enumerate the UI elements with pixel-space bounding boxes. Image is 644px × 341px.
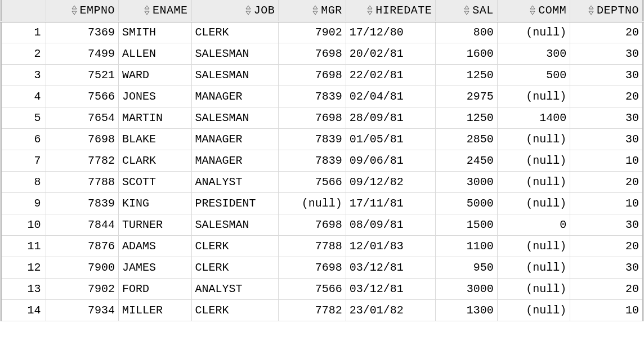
cell-deptno[interactable]: 20: [570, 278, 643, 299]
cell-comm[interactable]: 0: [497, 214, 570, 235]
cell-deptno[interactable]: 30: [570, 107, 643, 128]
table-row[interactable]: 137902FORDANALYST756603/12/813000(null)2…: [1, 278, 643, 299]
cell-job[interactable]: SALESMAN: [191, 107, 279, 128]
cell-ename[interactable]: CLARK: [119, 150, 192, 171]
cell-mgr[interactable]: 7698: [279, 107, 346, 128]
row-number[interactable]: 6: [1, 128, 46, 150]
cell-ename[interactable]: JAMES: [119, 257, 192, 278]
cell-sal[interactable]: 2850: [436, 128, 497, 150]
cell-deptno[interactable]: 20: [570, 235, 643, 257]
cell-ename[interactable]: ALLEN: [119, 43, 192, 64]
cell-job[interactable]: ANALYST: [191, 171, 279, 192]
cell-ename[interactable]: KING: [119, 192, 192, 214]
cell-mgr[interactable]: 7839: [279, 86, 346, 107]
table-row[interactable]: 27499ALLENSALESMAN769820/02/81160030030: [1, 43, 643, 64]
column-header-deptno[interactable]: DEPTNO: [570, 0, 643, 21]
cell-job[interactable]: MANAGER: [191, 86, 279, 107]
cell-sal[interactable]: 5000: [436, 192, 497, 214]
column-header-mgr[interactable]: MGR: [279, 0, 346, 21]
cell-hiredate[interactable]: 01/05/81: [346, 128, 436, 150]
table-row[interactable]: 87788SCOTTANALYST756609/12/823000(null)2…: [1, 171, 643, 192]
cell-empno[interactable]: 7902: [46, 278, 119, 299]
cell-empno[interactable]: 7782: [46, 150, 119, 171]
row-number[interactable]: 5: [1, 107, 46, 128]
cell-mgr[interactable]: 7698: [279, 214, 346, 235]
cell-sal[interactable]: 2975: [436, 86, 497, 107]
cell-empno[interactable]: 7499: [46, 43, 119, 64]
cell-job[interactable]: CLERK: [191, 299, 279, 321]
cell-mgr[interactable]: 7788: [279, 235, 346, 257]
cell-hiredate[interactable]: 03/12/81: [346, 278, 436, 299]
cell-empno[interactable]: 7844: [46, 214, 119, 235]
sort-icon[interactable]: [144, 5, 150, 15]
cell-job[interactable]: PRESIDENT: [191, 192, 279, 214]
row-number[interactable]: 8: [1, 171, 46, 192]
table-row[interactable]: 67698BLAKEMANAGER783901/05/812850(null)3…: [1, 128, 643, 150]
cell-comm[interactable]: (null): [497, 128, 570, 150]
cell-job[interactable]: ANALYST: [191, 278, 279, 299]
cell-deptno[interactable]: 20: [570, 86, 643, 107]
cell-mgr[interactable]: 7698: [279, 257, 346, 278]
cell-sal[interactable]: 1500: [436, 214, 497, 235]
cell-ename[interactable]: WARD: [119, 64, 192, 86]
cell-sal[interactable]: 3000: [436, 171, 497, 192]
cell-empno[interactable]: 7900: [46, 257, 119, 278]
column-header-job[interactable]: JOB: [191, 0, 279, 21]
cell-mgr[interactable]: 7698: [279, 64, 346, 86]
table-row[interactable]: 97839KINGPRESIDENT(null)17/11/815000(nul…: [1, 192, 643, 214]
cell-mgr[interactable]: 7839: [279, 150, 346, 171]
sort-icon[interactable]: [245, 5, 252, 15]
cell-sal[interactable]: 1250: [436, 64, 497, 86]
table-row[interactable]: 57654MARTINSALESMAN769828/09/81125014003…: [1, 107, 643, 128]
sort-icon[interactable]: [71, 5, 78, 15]
cell-sal[interactable]: 3000: [436, 278, 497, 299]
row-number[interactable]: 4: [1, 86, 46, 107]
cell-mgr[interactable]: 7839: [279, 128, 346, 150]
cell-empno[interactable]: 7369: [46, 21, 119, 43]
cell-deptno[interactable]: 30: [570, 128, 643, 150]
cell-ename[interactable]: MARTIN: [119, 107, 192, 128]
cell-comm[interactable]: (null): [497, 192, 570, 214]
column-header-comm[interactable]: COMM: [497, 0, 570, 21]
cell-mgr[interactable]: 7566: [279, 278, 346, 299]
cell-job[interactable]: SALESMAN: [191, 43, 279, 64]
sort-icon[interactable]: [463, 5, 470, 15]
cell-empno[interactable]: 7876: [46, 235, 119, 257]
cell-deptno[interactable]: 30: [570, 64, 643, 86]
cell-deptno[interactable]: 10: [570, 192, 643, 214]
cell-comm[interactable]: 500: [497, 64, 570, 86]
cell-empno[interactable]: 7566: [46, 86, 119, 107]
row-number[interactable]: 13: [1, 278, 46, 299]
cell-mgr[interactable]: 7566: [279, 171, 346, 192]
cell-job[interactable]: CLERK: [191, 235, 279, 257]
cell-comm[interactable]: (null): [497, 21, 570, 43]
cell-ename[interactable]: SCOTT: [119, 171, 192, 192]
cell-hiredate[interactable]: 09/12/82: [346, 171, 436, 192]
cell-mgr[interactable]: 7782: [279, 299, 346, 321]
table-row[interactable]: 127900JAMESCLERK769803/12/81950(null)30: [1, 257, 643, 278]
cell-hiredate[interactable]: 02/04/81: [346, 86, 436, 107]
row-number[interactable]: 7: [1, 150, 46, 171]
cell-sal[interactable]: 800: [436, 21, 497, 43]
cell-sal[interactable]: 1300: [436, 299, 497, 321]
column-header-sal[interactable]: SAL: [436, 0, 497, 21]
cell-ename[interactable]: SMITH: [119, 21, 192, 43]
table-row[interactable]: 147934MILLERCLERK778223/01/821300(null)1…: [1, 299, 643, 321]
cell-empno[interactable]: 7839: [46, 192, 119, 214]
cell-job[interactable]: MANAGER: [191, 128, 279, 150]
cell-deptno[interactable]: 30: [570, 257, 643, 278]
cell-comm[interactable]: (null): [497, 278, 570, 299]
cell-sal[interactable]: 950: [436, 257, 497, 278]
cell-deptno[interactable]: 20: [570, 171, 643, 192]
cell-comm[interactable]: 300: [497, 43, 570, 64]
row-number[interactable]: 1: [1, 21, 46, 43]
row-number[interactable]: 11: [1, 235, 46, 257]
column-header-hiredate[interactable]: HIREDATE: [346, 0, 436, 21]
cell-job[interactable]: SALESMAN: [191, 214, 279, 235]
cell-job[interactable]: CLERK: [191, 21, 279, 43]
row-number[interactable]: 12: [1, 257, 46, 278]
table-row[interactable]: 107844TURNERSALESMAN769808/09/811500030: [1, 214, 643, 235]
cell-ename[interactable]: TURNER: [119, 214, 192, 235]
cell-hiredate[interactable]: 08/09/81: [346, 214, 436, 235]
cell-comm[interactable]: (null): [497, 171, 570, 192]
